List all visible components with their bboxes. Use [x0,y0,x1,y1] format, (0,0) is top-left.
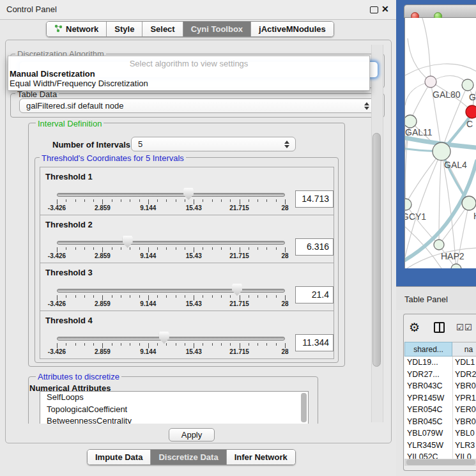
table-hscrollbar-thumb[interactable] [406,459,475,465]
tab-cyni-toolbox[interactable]: Cyni Toolbox [183,22,250,36]
attributes-group-title: Attributes to discretize [36,372,121,381]
slider-handle[interactable] [232,284,242,296]
tick-label: 2.859 [95,204,111,211]
attribute-list-item[interactable]: BetweennessCentrality [40,415,308,424]
network-node[interactable] [462,196,476,210]
network-node[interactable] [405,115,417,128]
network-node[interactable] [405,199,411,210]
network-window-titlebar[interactable] [404,4,476,18]
slider-track[interactable] [57,289,285,293]
tick-label: 21.715 [229,348,249,355]
cell-shared-name[interactable]: YLR345W [407,441,443,450]
tab-jactivemnodules[interactable]: jActiveMNodules [250,22,334,36]
table-row[interactable]: YLR345WYLR3 [404,440,476,452]
cell-name[interactable]: YDR2 [455,370,476,379]
tab-network[interactable]: Network [47,22,106,36]
tab-select[interactable]: Select [142,22,182,36]
network-view[interactable]: GAL80GACGAL11GAL4GCY1HHAP2 [404,18,476,268]
table-row[interactable]: YDR27...YDR2 [404,369,476,381]
slider-track[interactable] [57,241,285,245]
tab-infer-network-label: Infer Network [234,452,288,462]
tab-impute-data-label: Impute Data [95,452,142,462]
algorithm-hint-option[interactable]: Select algorithm to view settings [8,56,369,69]
cell-name[interactable]: YBL0 [455,429,475,438]
table-row[interactable]: YBL079WYBL0 [404,427,476,440]
cell-name[interactable]: YDL1 [455,358,475,367]
tab-discretize-data[interactable]: Discretize Data [150,450,226,464]
tick-label: -3.426 [48,300,66,307]
tick-label: -3.426 [48,348,66,355]
tab-impute-data[interactable]: Impute Data [88,450,150,464]
checkbox-icon[interactable]: ☑ [464,323,472,332]
cell-name[interactable]: YBR0 [455,417,476,426]
cell-shared-name[interactable]: YPR145W [407,394,444,403]
tick-label: 28 [281,300,288,307]
cell-name[interactable]: YBR0 [455,381,476,390]
table-hscrollbar-track[interactable] [404,459,476,466]
cell-shared-name[interactable]: YDL19... [407,358,438,367]
network-node-label: GA [469,92,476,102]
attribute-list-item[interactable]: TopologicalCoefficient [40,404,308,416]
table-row[interactable]: YDL19...YDL1 [404,357,476,369]
numerical-attributes-list[interactable]: SelfLoopsTopologicalCoefficientBetweenne… [40,391,309,424]
network-node[interactable] [433,142,450,160]
main-scrollbar-thumb[interactable] [372,133,381,367]
cell-shared-name[interactable]: YBL079W [407,429,443,438]
tab-infer-network[interactable]: Infer Network [226,450,295,464]
tick-label: 15.43 [186,300,202,307]
network-node-label: GAL4 [444,160,467,170]
column-header-name[interactable]: na [452,342,476,357]
cell-shared-name[interactable]: YER054C [407,405,443,414]
slider-tick-labels: -3.4262.8599.14415.4321.71528 [57,252,285,260]
apply-button[interactable]: Apply [169,428,215,441]
table-data-combobox[interactable]: galFiltered.sif default node [19,98,376,113]
network-node[interactable] [434,240,444,250]
attribute-list-item[interactable]: SelfLoops [40,392,308,404]
number-of-intervals-combobox[interactable]: 5 [131,137,296,151]
slider-handle[interactable] [123,236,133,248]
cell-shared-name[interactable]: YBR045C [407,417,443,426]
thresholds-group-title: Threshold's Coordinates for 5 Intervals [40,153,186,163]
threshold-value-field[interactable]: 11.344 [295,334,334,351]
table-row[interactable]: YPR145WYPR1 [404,392,476,404]
slider-track[interactable] [57,337,285,341]
table-data-combobox-value: galFiltered.sif default node [26,101,123,111]
cell-shared-name[interactable]: YDR27... [407,370,440,379]
float-window-icon[interactable] [370,6,378,13]
tick-label: -3.426 [48,252,66,259]
slider-handle[interactable] [159,332,169,344]
threshold-value-field[interactable]: 21.4 [295,286,334,303]
tick-label: 2.859 [95,300,111,307]
tab-style-label: Style [114,24,134,34]
network-canvas: GAL80GACGAL11GAL4GCY1HHAP2 [405,18,476,268]
checkbox-icon[interactable]: ☑ [456,323,464,332]
cell-shared-name[interactable]: YBR043C [407,381,443,390]
network-node[interactable] [425,76,436,88]
control-panel-tabbar: Network Style Select Cyni Toolbox jActiv… [46,21,334,37]
tick-label: 15.43 [186,252,202,259]
table-row[interactable]: YER054CYER0 [404,404,476,416]
gear-icon[interactable]: ⚙ [409,320,420,335]
table-row[interactable]: YBR045CYBR0 [404,416,476,428]
table-row[interactable]: YBR043CYBR0 [404,380,476,392]
threshold-value-field[interactable]: 6.316 [295,238,334,256]
tick-label: 21.715 [229,204,249,211]
slider-track[interactable] [57,193,285,197]
slider-handle[interactable] [183,188,194,200]
column-header-shared-name[interactable]: shared... [404,342,452,357]
attributes-list-scrollbar[interactable] [301,393,307,422]
network-node[interactable] [462,79,473,91]
threshold-value-field[interactable]: 14.713 [295,190,334,208]
algorithm-option-manual[interactable]: Manual Discretization [8,69,369,79]
close-icon[interactable]: ✕ [381,4,389,14]
tick-label: 15.43 [186,348,202,355]
algorithm-option-equal-width[interactable]: Equal Width/Frequency Discretization [8,79,369,88]
tick-label: 2.859 [95,348,111,355]
split-columns-icon[interactable] [434,322,445,333]
cell-name[interactable]: YPR1 [455,394,476,403]
cell-name[interactable]: YER0 [455,405,476,414]
tab-style[interactable]: Style [106,22,142,36]
network-node[interactable] [466,105,476,118]
cell-name[interactable]: YLR3 [455,441,475,450]
threshold-panel: Threshold 1-3.4262.8599.14415.4321.71528… [40,167,334,215]
